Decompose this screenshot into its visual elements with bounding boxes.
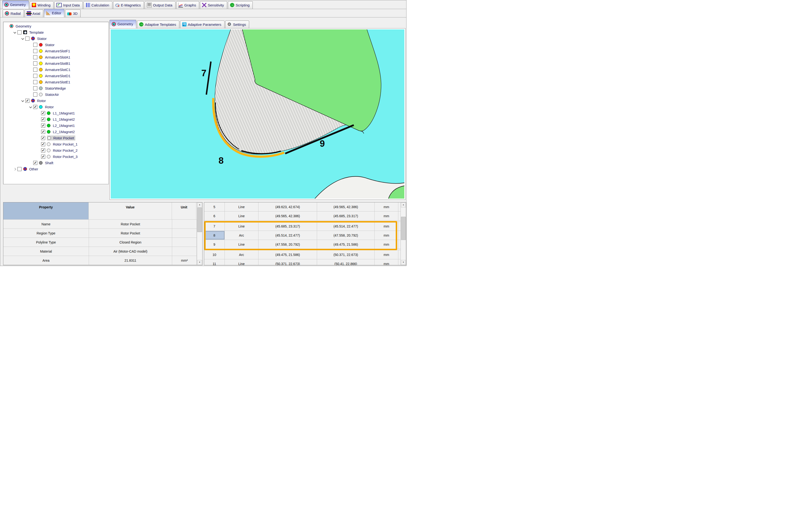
checkbox[interactable]: ✓ [41,148,45,152]
tree-item-statorair-11[interactable]: StatorAir [3,91,108,98]
tab-scripting[interactable]: Scripting [228,1,253,9]
tab-calculation[interactable]: Calculation [84,1,112,9]
tab-radial[interactable]: Radial [3,10,24,17]
checkbox[interactable] [33,43,37,47]
checkbox[interactable] [33,80,37,84]
tab-3d[interactable]: 3D [65,10,81,17]
tree-item-armatureslotf1-4[interactable]: ArmatureSlotF1 [3,48,108,54]
property-table-scrollbar[interactable]: ▲ ▼ [197,203,202,265]
segment-type-cell[interactable]: Line [225,203,259,211]
tab-e-magnetics[interactable]: E-Magnetics [113,1,144,9]
expander-spacer[interactable] [29,93,32,96]
geometry-canvas[interactable]: 7 8 9 [110,28,406,200]
tree-item-rotor-pocket-1-19[interactable]: ✓ Rotor Pocket_1 [3,141,108,147]
segment-start-cell[interactable]: (45.514, 22.477) [259,231,317,240]
expander-spacer[interactable] [37,149,40,152]
segment-end-cell[interactable]: (45.685, 23.317) [317,211,375,220]
checkbox[interactable] [17,167,21,171]
tree-item-label[interactable]: L1_1Magnet2 [52,117,75,122]
tree-item-label[interactable]: ArmatureSlotC1 [44,68,71,72]
collapse-icon[interactable] [21,99,24,102]
collapse-icon[interactable] [21,37,24,40]
checkbox[interactable] [33,61,37,65]
segment-type-cell[interactable]: Line [225,222,259,231]
expand-icon[interactable] [13,167,16,171]
property-value[interactable]: Rotor Pocket [89,229,172,238]
expander-spacer[interactable] [29,161,32,164]
segment-unit-cell[interactable]: mm [375,231,398,240]
tree-item-label[interactable]: Other [28,167,39,171]
expander-spacer[interactable] [29,80,32,84]
tree-item-statorwedge-10[interactable]: StatorWedge [3,85,108,91]
tab-geometry[interactable]: Geometry [110,20,136,28]
tree-item-label[interactable]: Rotor Pocket_2 [52,148,78,153]
scroll-up-icon[interactable]: ▲ [401,203,406,207]
tree-item-geometry-0[interactable]: Geometry [3,23,108,29]
tab-adaptive-templates[interactable]: Adaptive Templates [137,20,179,28]
tab-geometry[interactable]: Geometry [2,0,29,9]
segment-unit-cell[interactable]: mm [375,211,398,220]
segment-index-cell[interactable]: 7 [204,222,225,231]
tree-item-shaft-22[interactable]: ✓ Shaft [3,160,108,166]
tree-item-l1-1magnet1-14[interactable]: ✓ L1_1Magnet1 [3,110,108,116]
tree-item-label[interactable]: ArmatureSlotD1 [44,74,71,78]
tree-item-template-1[interactable]: Template [3,29,108,35]
segment-unit-cell[interactable]: mm [375,222,398,231]
tab-axial[interactable]: Axial [25,10,44,17]
tree-item-rotor-pocket-18[interactable]: ✓ Rotor Pocket [3,135,108,141]
scroll-down-icon[interactable]: ▼ [401,260,406,265]
tree-item-label[interactable]: StatorAir [44,92,60,97]
checkbox[interactable] [33,49,37,53]
checkbox[interactable] [33,55,37,59]
property-value[interactable]: Closed Region [89,238,172,247]
expander-spacer[interactable] [37,155,40,158]
expander-spacer[interactable] [5,24,9,28]
tree-item-label[interactable]: Rotor [37,99,47,103]
segment-index-cell[interactable]: 5 [204,203,225,211]
segment-end-cell[interactable]: (49.475, 21.586) [317,240,375,249]
tree-item-label[interactable]: ArmatureSlotB1 [44,61,71,66]
tree-item-label[interactable]: Stator [37,36,47,41]
segment-start-cell[interactable]: (49.475, 21.586) [259,250,317,259]
tab-sensitivity[interactable]: Sensitivity [200,1,227,9]
tree-item-label[interactable]: Stator [44,43,55,47]
scrollbar-thumb[interactable] [197,208,202,232]
tree-item-label[interactable]: Template [28,30,44,35]
expander-spacer[interactable] [37,112,40,115]
tab-graphs[interactable]: Graphs [176,1,199,9]
segment-index-cell[interactable]: 6 [204,211,225,220]
tab-editor[interactable]: Editor [44,9,64,17]
tree-item-rotor-pocket-3-21[interactable]: ✓ Rotor Pocket_3 [3,153,108,160]
segment-end-cell[interactable]: (49.565, 42.386) [317,203,375,211]
checkbox[interactable] [33,74,37,78]
tree-selected-highlight[interactable]: Rotor Pocket [47,135,75,141]
expander-spacer[interactable] [29,87,32,90]
expander-spacer[interactable] [29,74,32,77]
tree-item-l1-1magnet2-15[interactable]: ✓ L1_1Magnet2 [3,116,108,122]
tree-item-armatureslotd1-8[interactable]: ArmatureSlotD1 [3,73,108,79]
checkbox[interactable]: ✓ [25,99,29,103]
tab-winding[interactable]: Winding [30,1,54,9]
segment-start-cell[interactable]: (49.623, 42.674) [259,203,317,211]
tree-item-label[interactable]: Geometry [15,24,32,28]
tree-item-rotor-13[interactable]: ✓ Rotor [3,104,108,110]
segment-index-cell[interactable]: 8 [204,231,225,240]
tree-item-label[interactable]: L1_1Magnet1 [52,111,75,115]
expander-spacer[interactable] [37,136,40,139]
collapse-icon[interactable] [13,31,16,34]
segment-unit-cell[interactable]: mm [375,203,398,211]
tree-item-l2-1magnet1-16[interactable]: ✓ L2_1Magnet1 [3,122,108,129]
segment-unit-cell[interactable]: mm [375,250,398,259]
tree-item-label[interactable]: ArmatureSlotF1 [44,49,71,53]
tree-item-armatureslotb1-6[interactable]: ArmatureSlotB1 [3,60,108,67]
property-value[interactable]: 21.8311 [89,256,172,265]
expander-spacer[interactable] [29,68,32,71]
tab-adaptive-parameters[interactable]: Adaptive Parameters [180,20,224,28]
expander-spacer[interactable] [29,43,32,46]
segment-unit-cell[interactable]: mm [375,259,398,265]
segment-end-cell[interactable]: (50.371, 22.673) [317,250,375,259]
checkbox[interactable] [33,68,37,72]
segment-type-cell[interactable]: Arc [225,231,259,240]
segments-table-scrollbar[interactable]: ▲ ▼ [401,203,406,265]
segment-type-cell[interactable]: Line [225,240,259,249]
